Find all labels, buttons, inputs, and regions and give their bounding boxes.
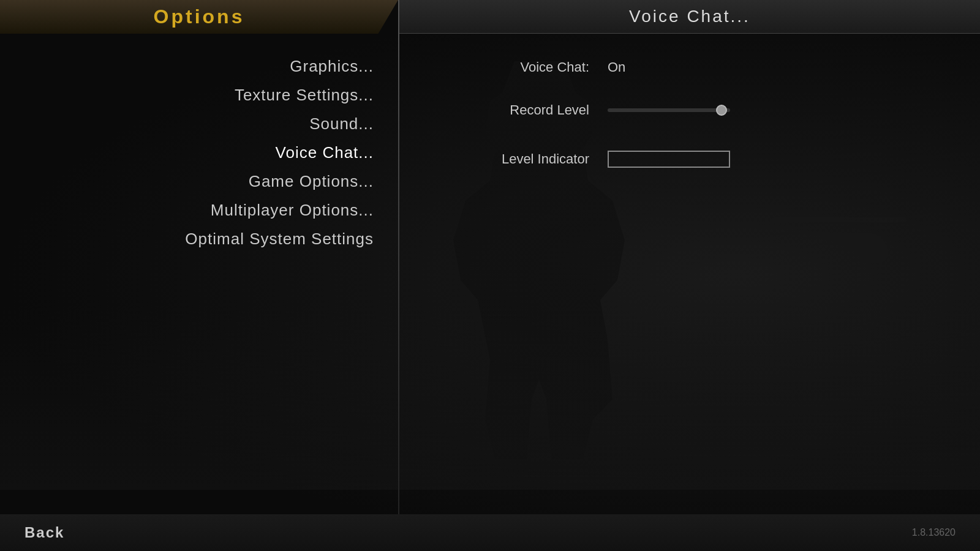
panel-title-bar: Voice Chat... xyxy=(399,0,980,34)
panel-title: Voice Chat... xyxy=(629,7,750,26)
settings-container: Voice Chat: On Record Level Level Indica… xyxy=(436,52,943,174)
version-text: 1.8.13620 xyxy=(912,527,956,538)
nav-item-voice-chat[interactable]: Voice Chat... xyxy=(0,138,398,167)
header-bar: Options xyxy=(0,0,398,34)
nav-item-multiplayer-options[interactable]: Multiplayer Options... xyxy=(0,196,398,225)
voice-chat-value[interactable]: On xyxy=(608,59,625,75)
nav-item-texture-settings[interactable]: Texture Settings... xyxy=(0,81,398,110)
nav-item-graphics[interactable]: Graphics... xyxy=(0,52,398,81)
record-level-setting-row: Record Level xyxy=(436,95,943,126)
level-indicator-bar xyxy=(608,151,730,168)
bottom-bar: Back 1.8.13620 xyxy=(0,514,980,551)
right-panel: Voice Chat... Voice Chat: On Record Leve… xyxy=(399,0,980,514)
level-indicator-label: Level Indicator xyxy=(436,151,608,167)
nav-menu: Graphics... Texture Settings... Sound...… xyxy=(0,34,398,253)
page-title: Options xyxy=(154,6,245,28)
slider-thumb[interactable] xyxy=(716,105,727,116)
nav-item-optimal-system-settings[interactable]: Optimal System Settings xyxy=(0,225,398,253)
voice-chat-setting-row: Voice Chat: On xyxy=(436,52,943,83)
level-indicator-setting-row: Level Indicator xyxy=(436,144,943,174)
voice-chat-label: Voice Chat: xyxy=(436,59,608,75)
record-level-label: Record Level xyxy=(436,102,608,118)
nav-item-sound[interactable]: Sound... xyxy=(0,110,398,138)
back-button[interactable]: Back xyxy=(24,524,64,541)
nav-item-game-options[interactable]: Game Options... xyxy=(0,167,398,196)
slider-track xyxy=(608,108,730,112)
record-level-slider[interactable] xyxy=(608,104,730,116)
